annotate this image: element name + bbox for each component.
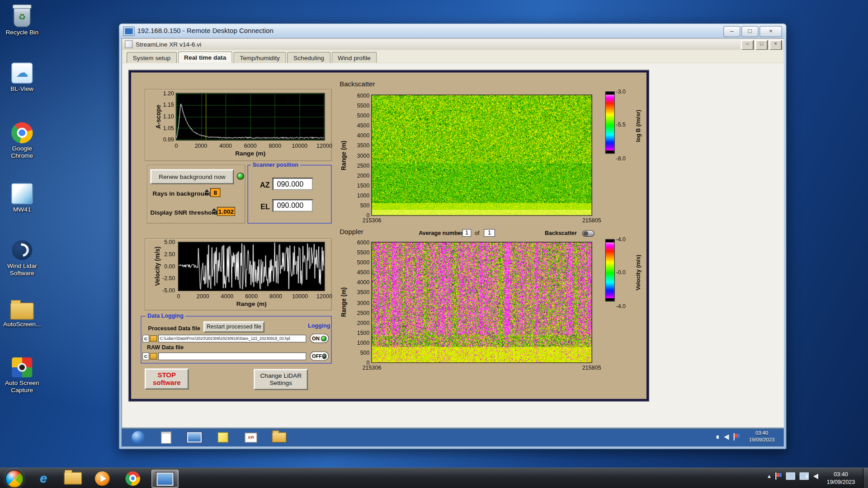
tick-label: 0 [165, 143, 188, 149]
stop-software-button[interactable]: STOP software [145, 369, 189, 390]
tab-temp-humidity[interactable]: Temp/humidity [234, 52, 286, 63]
remote-clock[interactable]: 03:40 19/09/2023 [743, 430, 781, 443]
az-value-field[interactable]: 090.000 [273, 178, 313, 190]
tick-label: -8.0 [616, 155, 633, 161]
show-desktop-button[interactable] [863, 468, 868, 488]
action-center-flag-icon[interactable] [775, 473, 782, 480]
tick-label: 10000 [288, 143, 311, 149]
desktop-icon-mw41[interactable]: MW41 [1, 182, 43, 213]
off-led [322, 353, 327, 359]
desktop-icon-label: AutoScreen... [1, 321, 43, 328]
desktop-icon-wind-lidar[interactable]: Wind Lidar Software [1, 238, 43, 277]
desktop-icon-autoscreen[interactable]: AutoScreen... [1, 296, 43, 328]
tick-label: 6000 [239, 143, 262, 149]
average-number-field[interactable]: 1 [462, 229, 472, 237]
tick-label: 4000 [216, 293, 239, 299]
maximize-button[interactable]: □ [755, 40, 768, 50]
restart-processed-file-button[interactable]: Restart processed file [203, 321, 264, 332]
cloud-glyph: ☁ [16, 67, 28, 79]
remote-xr-app-icon[interactable]: XR [241, 430, 261, 445]
screen-capture-icon [12, 357, 32, 377]
volume-icon[interactable] [813, 474, 818, 479]
browse-folder-icon[interactable] [150, 353, 157, 360]
clock[interactable]: 03:40 19/09/2023 [822, 471, 860, 486]
backscatter-colorbar [606, 92, 614, 153]
tick-label: 1.20 [148, 90, 175, 96]
doppler-y-axis-label: Range (m) [340, 283, 347, 322]
close-button[interactable]: × [760, 26, 782, 37]
tab-wind-profile[interactable]: Wind profile [331, 52, 377, 63]
tick-label: 3000 [347, 152, 370, 158]
el-value-field[interactable]: 090.000 [273, 199, 313, 212]
remote-tray: ◄ [715, 433, 740, 441]
browse-folder-icon[interactable] [150, 335, 157, 342]
tab-system-setup[interactable]: System setup [127, 52, 177, 63]
chrome-icon [11, 122, 33, 144]
renew-background-button[interactable]: Renew background now [151, 169, 234, 184]
desktop-icon-auto-screen-capture[interactable]: Auto Screen Capture [1, 355, 43, 394]
tick-label: 2000 [347, 319, 370, 325]
close-button[interactable]: × [769, 40, 782, 50]
tick-label: 2000 [192, 293, 214, 299]
doppler-heatmap [372, 242, 592, 362]
rdp-session-icon[interactable] [786, 473, 795, 480]
tick-label: 8000 [264, 293, 287, 299]
tick-label: 4500 [347, 122, 370, 128]
desktop-icon-google-chrome[interactable]: Google Chrome [1, 121, 43, 160]
rays-value-field[interactable]: 8 [210, 188, 221, 197]
tray-expand-icon[interactable]: ▴ [768, 473, 771, 479]
on-label: ON [312, 336, 320, 341]
tick-label: -2.50 [149, 275, 175, 281]
minimize-button[interactable]: – [723, 26, 741, 37]
snr-value-field[interactable]: 1.002 [217, 207, 235, 216]
tab-real-time-data[interactable]: Real time data [178, 52, 232, 63]
taskbar-media-player-icon[interactable] [90, 470, 116, 487]
start-button[interactable] [5, 470, 24, 488]
labview-titlebar[interactable]: StreamLine XR v14-6.vi – □ × [122, 39, 784, 51]
tick-label: 2000 [190, 143, 212, 149]
remote-volume-icon[interactable] [724, 434, 729, 440]
snr-stepper[interactable] [212, 207, 217, 215]
desktop-icon-recycle-bin[interactable]: ♻ Recycle Bin [1, 5, 43, 36]
remote-folder-icon[interactable] [269, 430, 289, 445]
remote-notes-icon[interactable] [212, 430, 233, 445]
tick-label: 1000 [347, 192, 370, 198]
desktop-icon-label: MW41 [1, 206, 43, 213]
drive-selector[interactable]: C [142, 352, 149, 360]
raw-path-field[interactable] [158, 352, 307, 360]
tick-label: 500 [347, 350, 370, 356]
rdp-titlebar[interactable]: 192.168.0.150 - Remote Desktop Connectio… [119, 24, 786, 38]
wind-lidar-icon [12, 240, 32, 260]
tick-label: 2500 [347, 162, 370, 168]
data-logging-title: Data Logging [146, 313, 185, 319]
backscatter-heatmap [372, 95, 592, 216]
backscatter-toggle[interactable] [582, 230, 595, 237]
drive-selector[interactable]: C [142, 335, 149, 343]
minimize-button[interactable]: – [741, 40, 754, 50]
processed-logging-toggle[interactable]: ON [310, 333, 329, 343]
az-label: AZ [260, 181, 270, 189]
desktop-icon-label: Wind Lidar Software [1, 262, 43, 277]
taskbar-rdp-icon[interactable] [151, 470, 179, 488]
tick-label: 1.10 [148, 113, 175, 119]
average-of-field[interactable]: 1 [484, 229, 495, 237]
remote-browser-icon[interactable] [128, 430, 148, 445]
desktop-icon-bl-view[interactable]: ☁ BL-View [1, 61, 43, 93]
tab-scheduling[interactable]: Scheduling [287, 52, 330, 63]
taskbar-explorer-icon[interactable] [60, 470, 86, 487]
tick-label: 4000 [347, 132, 370, 138]
tick-label: -4.0 [616, 236, 633, 242]
maximize-button[interactable]: □ [741, 26, 759, 37]
processed-path-field[interactable]: C:\LidarA\Data\Proc\2023\202309\20230919… [158, 335, 307, 343]
tick-label: 0.00 [149, 263, 175, 269]
change-lidar-settings-button[interactable]: Change LiDAR Settings [254, 369, 308, 390]
remote-display-settings-icon[interactable] [184, 430, 205, 445]
rays-stepper[interactable] [204, 188, 209, 196]
taskbar-ie-icon[interactable]: e [31, 470, 57, 487]
remote-notepad-icon[interactable] [156, 430, 176, 445]
remote-flag-icon[interactable] [734, 433, 740, 441]
logging-label: Logging [307, 323, 332, 328]
velocity-x-axis-label: Range (m) [179, 300, 325, 307]
taskbar-chrome-icon[interactable] [120, 470, 146, 487]
raw-logging-toggle[interactable]: OFF [310, 352, 329, 361]
